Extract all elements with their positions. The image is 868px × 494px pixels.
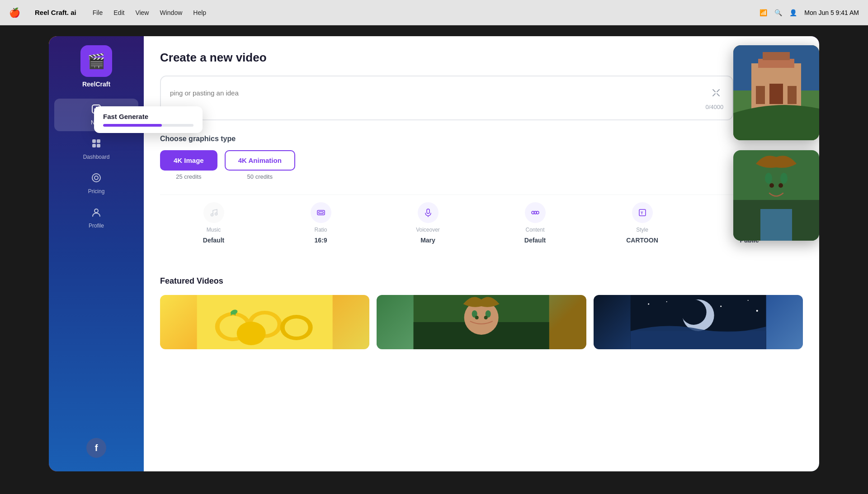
svg-rect-4 — [97, 139, 100, 143]
menu-edit[interactable]: Edit — [113, 9, 124, 16]
svg-rect-58 — [788, 86, 797, 104]
graphics-option-4k-animation[interactable]: 4K Animation 50 credits — [225, 150, 295, 180]
style-icon: T — [632, 202, 653, 223]
svg-point-8 — [94, 176, 98, 180]
setting-content[interactable]: Content Default — [481, 202, 589, 244]
svg-rect-56 — [756, 86, 765, 104]
fast-generate-title: Fast Generate — [103, 113, 193, 120]
svg-point-7 — [92, 174, 100, 182]
menubar-right: 📶 🔍 👤 Mon Jun 5 9:41 AM — [760, 9, 859, 16]
fast-generate-bar-fill — [103, 124, 162, 127]
music-label: Music — [207, 227, 221, 233]
svg-point-14 — [215, 213, 217, 215]
svg-point-43 — [681, 299, 706, 325]
sidebar-item-dashboard-label: Dashboard — [83, 154, 110, 160]
featured-title: Featured Videos — [160, 276, 803, 286]
fast-generate-bar-background — [103, 124, 193, 127]
svg-rect-17 — [427, 209, 429, 214]
facebook-button[interactable]: f — [86, 438, 106, 458]
sidebar-item-dashboard[interactable]: Dashboard — [54, 133, 138, 166]
content-value: Default — [524, 237, 546, 244]
sidebar: 🎬 ReelCraft New — [49, 36, 144, 471]
ratio-value: 16:9 — [314, 237, 327, 244]
svg-point-32 — [237, 322, 266, 345]
settings-row: Music Default Ratio 16:9 — [160, 195, 803, 251]
4k-animation-button[interactable]: 4K Animation — [225, 150, 295, 171]
setting-voiceover[interactable]: Voiceover Mary — [374, 202, 481, 244]
app-wrapper: 🎬 ReelCraft New — [49, 36, 819, 471]
svg-rect-6 — [97, 144, 100, 147]
featured-card-lemons[interactable] — [160, 295, 369, 349]
lemons-image — [160, 295, 369, 349]
content-label: Content — [525, 227, 544, 233]
style-label: Style — [636, 227, 648, 233]
svg-rect-66 — [760, 209, 792, 241]
content-icon — [525, 202, 546, 223]
music-value: Default — [203, 237, 224, 244]
right-image-top — [733, 45, 819, 140]
ratio-icon — [311, 202, 331, 223]
svg-point-39 — [475, 316, 479, 319]
svg-point-13 — [211, 214, 213, 216]
svg-point-63 — [780, 173, 788, 184]
sidebar-item-pricing[interactable]: Pricing — [54, 167, 138, 200]
menu-view[interactable]: View — [135, 9, 149, 16]
apple-icon[interactable]: 🍎 — [9, 7, 20, 18]
pricing-icon — [91, 173, 101, 185]
sidebar-item-profile-label: Profile — [89, 223, 104, 229]
user-icon[interactable]: 👤 — [789, 9, 797, 16]
menu-window[interactable]: Window — [160, 9, 182, 16]
graphics-section-label: Choose graphics type — [160, 135, 803, 143]
menu-file[interactable]: File — [93, 9, 103, 16]
right-image-bottom — [733, 150, 819, 241]
svg-point-64 — [769, 183, 774, 188]
graphics-option-4k-image[interactable]: 4K Image 25 credits — [160, 150, 217, 180]
svg-point-65 — [778, 183, 783, 188]
content-inner: Create a new video 0/4000 — [144, 36, 819, 266]
elf-image — [377, 295, 586, 349]
char-count: 0/4000 — [170, 104, 723, 110]
svg-point-9 — [94, 209, 98, 213]
wifi-icon: 📶 — [760, 9, 767, 16]
right-panel — [733, 45, 819, 241]
ratio-label: Ratio — [314, 227, 327, 233]
search-icon[interactable]: 🔍 — [774, 9, 782, 16]
featured-section: Featured Videos — [144, 266, 819, 349]
app-name: Reel Craft. ai — [35, 9, 76, 16]
4k-image-button[interactable]: 4K Image — [160, 150, 217, 171]
sidebar-item-profile[interactable]: Profile — [54, 202, 138, 234]
clock: Mon Jun 5 9:41 AM — [804, 9, 859, 16]
setting-ratio[interactable]: Ratio 16:9 — [267, 202, 374, 244]
svg-point-31 — [285, 318, 308, 337]
profile-icon — [91, 207, 101, 220]
setting-music[interactable]: Music Default — [160, 202, 267, 244]
4k-animation-credits: 50 credits — [247, 173, 273, 180]
elf-portrait-image — [733, 150, 819, 241]
voiceover-icon — [418, 202, 439, 223]
graphics-options: 4K Image 25 credits 4K Animation 50 cred… — [160, 150, 803, 180]
svg-text:T: T — [641, 211, 643, 215]
svg-point-62 — [765, 173, 772, 184]
menu-help[interactable]: Help — [193, 9, 206, 16]
fast-generate-tooltip: Fast Generate — [94, 106, 203, 133]
voiceover-label: Voiceover — [416, 227, 440, 233]
featured-grid — [160, 295, 803, 349]
featured-card-moon[interactable] — [594, 295, 803, 349]
menubar: 🍎 Reel Craft. ai File Edit View Window H… — [0, 0, 868, 25]
logo-icon: 🎬 — [87, 52, 105, 70]
setting-style[interactable]: T Style CARTOON — [589, 202, 696, 244]
page-title: Create a new video — [160, 51, 803, 65]
4k-image-credits: 25 credits — [176, 173, 201, 180]
svg-rect-5 — [92, 144, 96, 147]
sidebar-bottom: f — [86, 438, 106, 471]
expand-button[interactable] — [709, 86, 723, 100]
app-window: 🎬 ReelCraft New — [49, 36, 819, 471]
svg-rect-3 — [92, 139, 96, 143]
svg-point-47 — [720, 306, 722, 307]
svg-point-40 — [484, 316, 488, 319]
idea-input[interactable] — [170, 89, 702, 97]
featured-card-elf[interactable] — [377, 295, 586, 349]
sidebar-logo: 🎬 — [80, 45, 112, 77]
svg-point-46 — [666, 301, 667, 302]
voiceover-value: Mary — [420, 237, 435, 244]
